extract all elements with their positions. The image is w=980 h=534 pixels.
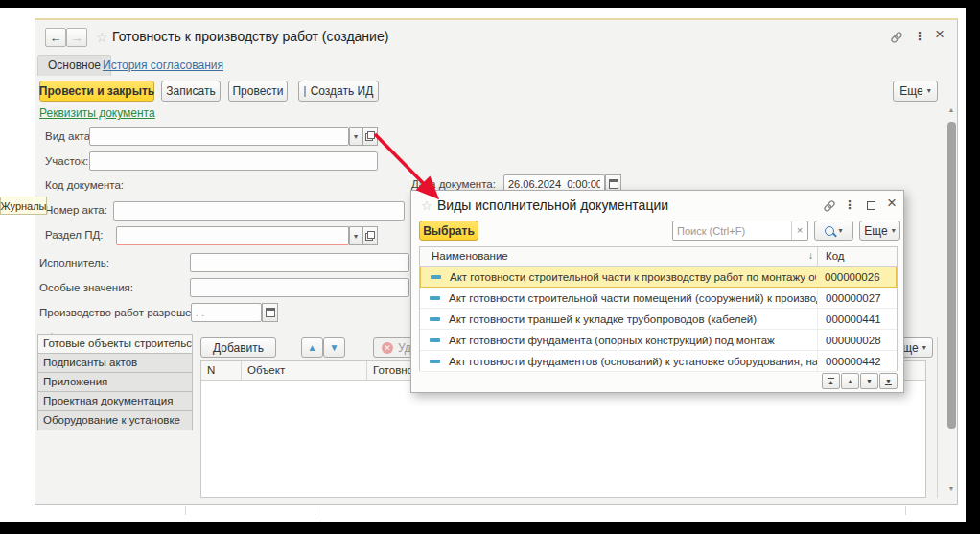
row-code: 000000026 (816, 267, 896, 287)
table-row[interactable]: Акт готовности строительной части помеще… (420, 288, 897, 309)
to-top-icon: ▲ (828, 378, 834, 385)
doc-date-label: Дата документа: (411, 178, 496, 190)
choose-icon (365, 131, 375, 141)
act-number-input[interactable] (113, 201, 405, 221)
popup-maximize-icon[interactable] (864, 197, 877, 213)
row-code: 000000027 (817, 288, 897, 308)
up-icon: ▲ (847, 378, 853, 384)
popup-get-link-icon[interactable] (822, 199, 837, 213)
popup-title: Виды исполнительной документации (437, 197, 668, 213)
catalog-item-icon (430, 338, 440, 342)
favorite-star-icon[interactable]: ☆ (96, 30, 108, 45)
favorite-star-icon[interactable]: ☆ (421, 198, 432, 213)
grid-column-header-1[interactable]: Объект (242, 361, 367, 380)
delete-icon: ✕ (382, 342, 393, 354)
get-link-icon[interactable] (889, 31, 904, 44)
tab-main[interactable]: Основное (37, 55, 111, 76)
row-name: Акт готовности строительной части к прои… (450, 271, 816, 283)
post-button[interactable]: Провести (228, 81, 288, 102)
act-kind-dropdown-button[interactable]: ▾ (349, 127, 362, 146)
grid-column-header-0[interactable]: N (201, 361, 242, 380)
catalog-item-icon (431, 275, 441, 279)
works-allowed-label: Производство работ разрешено с: (39, 307, 215, 318)
add-row-button[interactable]: Добавить (200, 337, 276, 358)
scroll-up-arrow[interactable]: ▲ (945, 104, 958, 116)
taskbar-divider (185, 506, 186, 515)
dropdown-caret-icon: ▾ (922, 344, 926, 352)
act-kind-input[interactable] (89, 127, 349, 146)
popup-more-menu-icon[interactable]: ⋮ (845, 197, 854, 213)
row-code: 000000028 (817, 330, 897, 350)
popup-table-header: Наименование ↓ Код (420, 247, 897, 267)
close-window-icon[interactable]: × (933, 26, 946, 43)
table-row[interactable]: Акт готовности фундаментов (оснований) к… (420, 351, 897, 372)
move-up-button[interactable]: ▲ (301, 337, 323, 358)
works-allowed-calendar-button[interactable] (262, 303, 278, 322)
special-values-input[interactable] (190, 278, 409, 297)
letterbox-top (0, 0, 980, 8)
side-tab-4[interactable]: Оборудование к установке (37, 410, 193, 430)
forward-button[interactable]: → (66, 28, 87, 47)
site-input[interactable] (89, 151, 378, 171)
popup-close-icon[interactable]: × (885, 195, 898, 212)
go-prev-button[interactable]: ▲ (841, 373, 859, 389)
side-tab-2[interactable]: Приложения (37, 372, 193, 392)
scroll-down-arrow[interactable]: ▼ (945, 483, 958, 495)
down-icon: ▼ (866, 378, 873, 384)
more-button[interactable]: Еще▾ (893, 81, 938, 102)
tab-approval-history[interactable]: История согласования (103, 58, 223, 72)
selection-popup: ☆ Виды исполнительной документации ⋮ × В… (410, 190, 904, 393)
pd-section-input[interactable] (116, 226, 349, 245)
scrollbar-thumb[interactable] (947, 122, 956, 429)
calendar-icon (266, 308, 275, 317)
popup-more-button[interactable]: Еще▾ (859, 221, 900, 241)
row-name: Акт готовности траншей к укладке трубопр… (449, 313, 757, 325)
popup-rows: Акт готовности строительной части к прои… (420, 267, 897, 372)
go-next-button[interactable]: ▼ (860, 373, 878, 389)
side-tab-1[interactable]: Подписанты актов (37, 353, 193, 373)
table-row[interactable]: Акт готовности строительной части к прои… (420, 267, 897, 288)
act-kind-choose-button[interactable] (362, 127, 378, 146)
document-icon (304, 86, 306, 97)
search-input[interactable] (673, 225, 791, 237)
dropdown-caret-icon: ▾ (892, 227, 896, 235)
side-tab-3[interactable]: Проектная документация (37, 391, 193, 411)
up-arrow-icon: ▲ (308, 342, 317, 353)
window-title: Готовность к производству работ (создани… (112, 29, 388, 44)
move-down-button[interactable]: ▼ (323, 337, 345, 358)
catalog-item-icon (430, 360, 440, 363)
name-column-header[interactable]: Наименование ↓ (420, 247, 817, 266)
down-arrow-icon: ▼ (330, 342, 339, 353)
go-last-button[interactable]: ▼ (879, 373, 898, 389)
back-button[interactable]: ← (45, 28, 66, 47)
create-id-button[interactable]: Создать ИД (298, 81, 379, 102)
journals-tooltip: Журналы (0, 197, 47, 215)
side-tab-0[interactable]: Готовые объекты строительства (37, 334, 193, 354)
requisites-link[interactable]: Реквизиты документа (39, 106, 155, 120)
select-button[interactable]: Выбрать (419, 221, 478, 241)
executor-input[interactable] (190, 253, 409, 272)
go-first-button[interactable]: ▲ (822, 373, 840, 389)
taskbar-divider (315, 506, 315, 515)
search-button[interactable]: ▾ (814, 221, 853, 241)
pd-section-dropdown-button[interactable]: ▾ (349, 226, 362, 245)
table-row[interactable]: Акт готовности фундамента (опорных конст… (420, 330, 897, 351)
pd-section-choose-button[interactable] (362, 226, 378, 245)
sort-descending-icon: ↓ (808, 250, 813, 261)
table-row[interactable]: Акт готовности траншей к укладке трубопр… (420, 309, 897, 330)
save-button[interactable]: Записать (161, 81, 221, 102)
calendar-icon (609, 179, 618, 189)
choose-icon (365, 231, 375, 241)
clear-search-icon[interactable]: × (791, 221, 807, 240)
search-box: × (672, 221, 808, 241)
letterbox-right (966, 0, 980, 534)
dropdown-caret-icon: ▾ (927, 87, 931, 95)
magnifier-icon (825, 226, 834, 236)
code-column-header[interactable]: Код (817, 247, 897, 266)
row-code: 000000441 (817, 309, 897, 329)
popup-table: Наименование ↓ Код Акт готовности строит… (419, 246, 898, 371)
post-and-close-button[interactable]: Провести и закрыть (39, 81, 154, 102)
works-allowed-date-input[interactable] (191, 303, 262, 322)
more-menu-icon[interactable]: ⋮ (915, 29, 924, 44)
row-name: Акт готовности строительной части помеще… (449, 292, 817, 304)
